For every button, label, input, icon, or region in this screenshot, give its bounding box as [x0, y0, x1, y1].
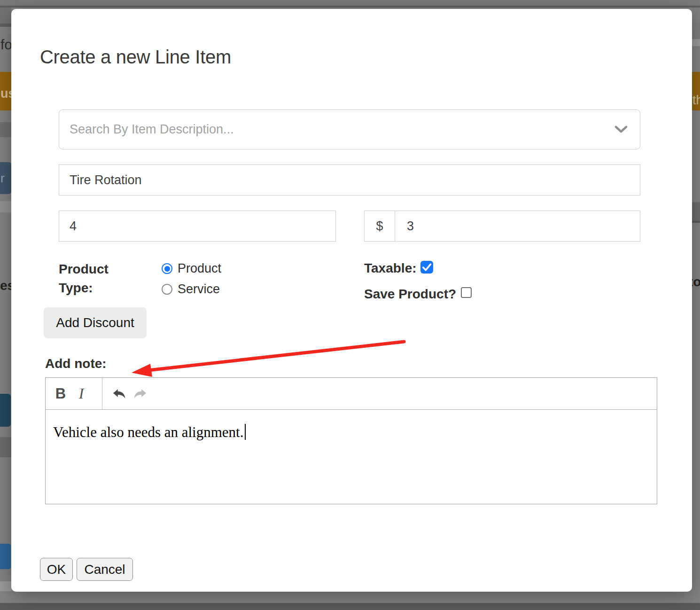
quantity-field[interactable]: 4 [59, 211, 336, 242]
quantity-value: 4 [70, 219, 77, 234]
product-type-label: Product Type: [59, 260, 120, 297]
bottom-bar [0, 603, 700, 610]
red-annotation-arrow [108, 322, 418, 383]
taxable-label: Taxable: [364, 261, 417, 276]
dark-line-right [692, 221, 700, 223]
light-strip-left [0, 201, 12, 212]
add-note-label: Add note: [45, 356, 107, 371]
undo-icon [112, 389, 126, 399]
header-strip-right [692, 8, 700, 39]
price-field[interactable]: 3 [407, 219, 414, 234]
table-header-left: es [0, 278, 12, 293]
top-nav-border [0, 6, 700, 8]
currency-prefix: $ [365, 211, 395, 241]
header-line-left [0, 23, 11, 27]
dark-strip-right [692, 202, 700, 221]
text-caret [245, 424, 246, 440]
radio-selected-icon[interactable] [162, 263, 172, 274]
redo-icon [133, 389, 147, 399]
dark-strip-left [0, 122, 12, 137]
italic-button[interactable]: I [71, 378, 92, 409]
item-description-value: Tire Rotation [70, 173, 142, 188]
toolbar-divider [102, 378, 102, 409]
item-search-placeholder: Search By Item Description... [70, 122, 234, 137]
note-text: Vehicle also needs an alignment. [53, 424, 243, 440]
light-strip-right [692, 39, 700, 46]
redo-button[interactable] [130, 378, 150, 409]
darker-strip-left [0, 437, 12, 457]
page-heading-fragment: fo [0, 37, 12, 53]
banner-text-right: th [692, 93, 700, 108]
header-strip-left [0, 8, 11, 23]
create-line-item-dialog: Create a new Line Item Search By Item De… [11, 9, 692, 592]
item-description-field[interactable]: Tire Rotation [59, 164, 640, 196]
note-text-area[interactable]: Vehicle also needs an alignment. [46, 410, 657, 506]
ok-button[interactable]: OK [40, 558, 73, 581]
radio-option-product[interactable]: Product [162, 261, 221, 276]
note-editor: B I Vehicle also needs an alignment. [45, 377, 657, 504]
dark-blue-panel-cut [0, 394, 11, 427]
item-search-select[interactable]: Search By Item Description... [59, 109, 640, 149]
radio-service-label: Service [178, 282, 220, 297]
banner-text-left: us [0, 86, 12, 101]
price-field-group: $ 3 [364, 211, 640, 242]
save-product-label: Save Product? [364, 287, 456, 302]
radio-product-label: Product [178, 261, 221, 276]
editor-toolbar: B I [46, 378, 657, 410]
add-discount-button[interactable]: Add Discount [44, 307, 147, 338]
cancel-button[interactable]: Cancel [77, 558, 133, 581]
taxable-checkbox[interactable] [420, 261, 433, 274]
chevron-down-icon [614, 125, 628, 135]
top-nav-bar [0, 0, 700, 6]
radio-unselected-icon[interactable] [162, 284, 172, 295]
bold-button[interactable]: B [50, 378, 71, 409]
dialog-title: Create a new Line Item [40, 47, 231, 68]
undo-button[interactable] [109, 378, 130, 409]
save-product-checkbox[interactable] [461, 287, 472, 298]
blue-button-text: r [0, 171, 6, 186]
light-strip2-left [0, 581, 12, 591]
blue-button2-cut [0, 544, 11, 569]
radio-option-service[interactable]: Service [162, 282, 220, 297]
